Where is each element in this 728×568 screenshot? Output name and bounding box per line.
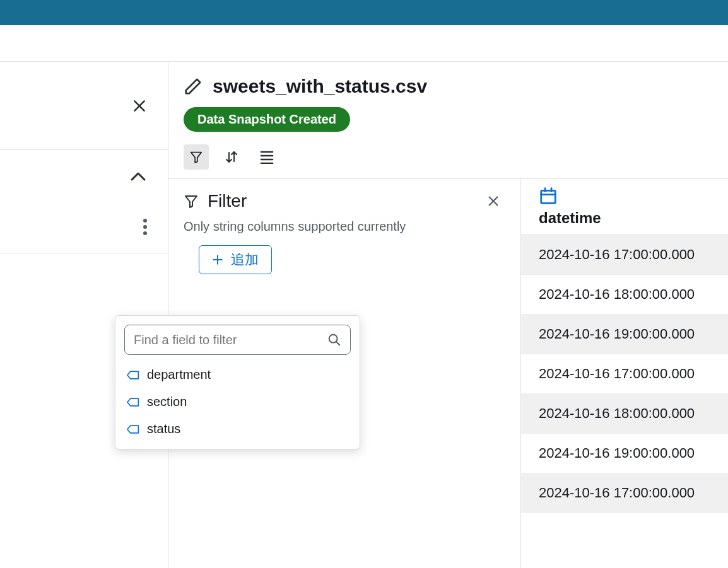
field-label: department — [147, 368, 211, 382]
tag-icon — [127, 424, 139, 434]
close-filter-button[interactable] — [481, 189, 505, 213]
filter-tool-button[interactable] — [184, 144, 209, 170]
field-label: status — [147, 422, 180, 436]
chevron-up-icon — [129, 170, 148, 183]
filter-title-wrap: Filter — [184, 191, 247, 211]
table-row[interactable]: 2024-10-16 17:00:00.000 — [521, 354, 728, 394]
more-vertical-icon — [143, 218, 148, 236]
table-row[interactable]: 2024-10-16 17:00:00.000 — [521, 473, 728, 513]
toolbar — [168, 132, 728, 179]
collapse-button[interactable] — [124, 165, 153, 188]
search-box[interactable] — [124, 325, 351, 355]
filter-description: Only string columns supported currently — [184, 219, 505, 234]
svg-point-2 — [143, 219, 147, 223]
filter-icon — [184, 194, 199, 209]
table-row[interactable]: 2024-10-16 18:00:00.000 — [521, 394, 728, 434]
plus-icon — [212, 254, 223, 265]
filter-header: Filter — [184, 189, 505, 213]
close-icon — [131, 98, 148, 114]
field-label: section — [147, 395, 187, 409]
svg-point-4 — [143, 231, 147, 235]
field-option-status[interactable]: status — [115, 415, 360, 443]
file-name: sweets_with_status.csv — [213, 76, 427, 97]
search-wrap — [115, 325, 360, 361]
svg-line-20 — [336, 342, 340, 345]
tag-icon — [127, 397, 139, 407]
left-row-1 — [0, 62, 168, 150]
field-option-section[interactable]: section — [115, 388, 360, 415]
sort-icon — [224, 149, 239, 165]
close-icon — [486, 194, 500, 208]
top-bar — [0, 0, 728, 25]
table-row[interactable]: 2024-10-16 19:00:00.000 — [521, 315, 728, 354]
pencil-icon[interactable] — [184, 77, 203, 96]
data-pane: datetime 2024-10-16 17:00:00.000 2024-10… — [521, 179, 728, 568]
svg-marker-5 — [191, 153, 202, 163]
content: sweets_with_status.csv Data Snapshot Cre… — [0, 62, 728, 568]
status-badge: Data Snapshot Created — [184, 107, 350, 132]
more-button[interactable] — [138, 213, 153, 241]
svg-marker-10 — [185, 196, 197, 207]
table-row[interactable]: 2024-10-16 17:00:00.000 — [521, 235, 728, 275]
calendar-icon — [539, 187, 558, 206]
left-row-2 — [0, 150, 168, 253]
field-dropdown: department section status — [115, 315, 360, 449]
add-filter-label: 追加 — [231, 250, 259, 269]
table-row[interactable]: 2024-10-16 19:00:00.000 — [521, 434, 728, 473]
column-name: datetime — [539, 209, 601, 227]
table-row[interactable]: 2024-10-16 18:00:00.000 — [521, 275, 728, 315]
badge-row: Data Snapshot Created — [168, 102, 728, 132]
filter-title: Filter — [208, 191, 247, 211]
svg-point-3 — [143, 225, 147, 229]
sort-tool-button[interactable] — [219, 144, 244, 170]
add-filter-button[interactable]: 追加 — [199, 245, 272, 274]
rows-tool-button[interactable] — [254, 144, 279, 170]
header-gap — [0, 25, 728, 62]
tag-icon — [127, 370, 139, 380]
column-header[interactable]: datetime — [521, 179, 728, 235]
search-icon — [327, 333, 341, 347]
field-option-department[interactable]: department — [115, 361, 360, 388]
svg-rect-15 — [541, 190, 556, 203]
title-row: sweets_with_status.csv — [168, 62, 728, 102]
filter-icon — [189, 150, 203, 164]
close-panel-button[interactable] — [126, 93, 153, 119]
rows-icon — [259, 150, 274, 164]
search-input[interactable] — [134, 333, 327, 347]
